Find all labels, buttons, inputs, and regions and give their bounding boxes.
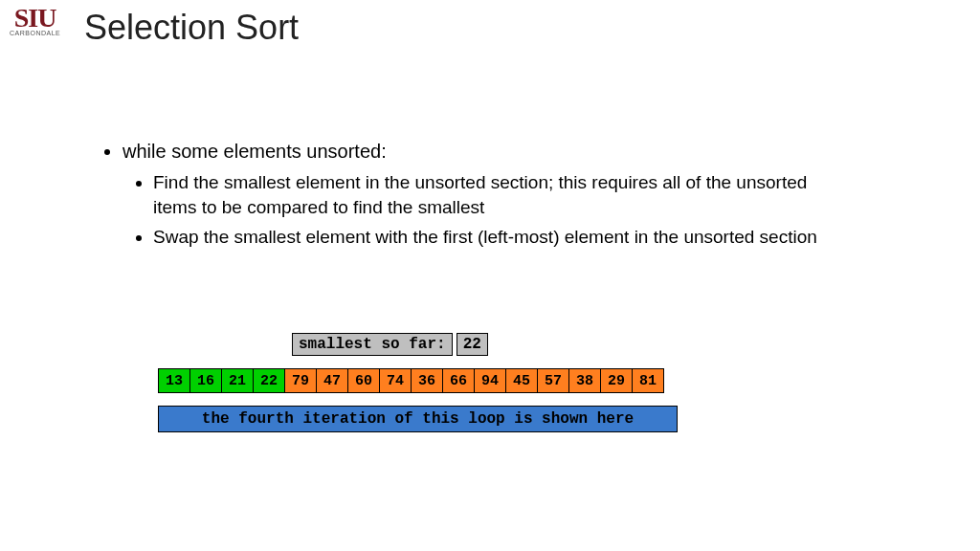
array-cell-unsorted: 38 <box>568 368 601 393</box>
array-cell-unsorted: 79 <box>284 368 317 393</box>
smallest-label: smallest so far: <box>292 333 453 356</box>
bullet-main-text: while some elements unsorted: <box>122 141 387 162</box>
iteration-caption: the fourth iteration of this loop is sho… <box>158 406 678 432</box>
slide: SIU CARBONDALE Selection Sort while some… <box>0 0 980 551</box>
array-cell-sorted: 22 <box>253 368 285 393</box>
array-cell-unsorted: 29 <box>600 368 633 393</box>
array-cell-unsorted: 81 <box>632 368 664 393</box>
array-cell-unsorted: 94 <box>474 368 506 393</box>
logo-main: SIU <box>10 6 60 30</box>
slide-content: while some elements unsorted: Find the s… <box>96 139 823 255</box>
slide-title: Selection Sort <box>84 8 299 48</box>
smallest-value: 22 <box>457 333 488 356</box>
array-cell-sorted: 16 <box>189 368 222 393</box>
array-cell-unsorted: 36 <box>411 368 443 393</box>
bullet-main: while some elements unsorted: Find the s… <box>122 139 823 250</box>
array-cell-sorted: 21 <box>221 368 254 393</box>
array-cell-unsorted: 74 <box>379 368 412 393</box>
array-cell-sorted: 13 <box>158 368 190 393</box>
array-row: 13 16 21 22 79 47 60 74 36 66 94 45 57 3… <box>158 368 663 393</box>
array-cell-unsorted: 60 <box>347 368 380 393</box>
logo-sub: CARBONDALE <box>10 30 60 36</box>
array-cell-unsorted: 66 <box>442 368 475 393</box>
array-cell-unsorted: 45 <box>505 368 538 393</box>
bullet-sub-2: Swap the smallest element with the first… <box>153 225 823 250</box>
siu-logo: SIU CARBONDALE <box>10 6 60 36</box>
array-cell-unsorted: 57 <box>537 368 569 393</box>
smallest-so-far-box: smallest so far: 22 <box>292 333 488 356</box>
bullet-sub-1: Find the smallest element in the unsorte… <box>153 170 823 219</box>
array-cell-unsorted: 47 <box>316 368 348 393</box>
